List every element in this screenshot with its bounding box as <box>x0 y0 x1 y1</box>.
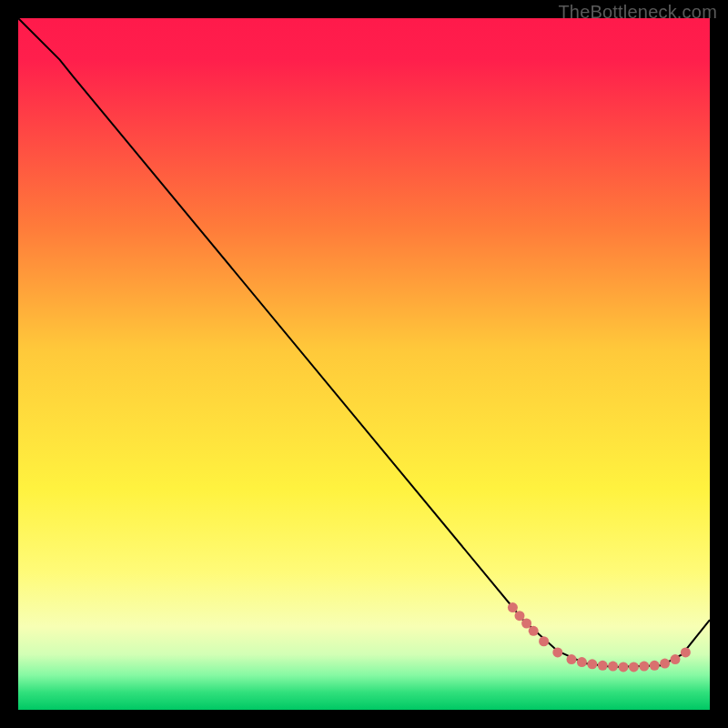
marker-dot <box>552 647 562 657</box>
marker-dot <box>629 662 639 672</box>
marker-dot <box>660 659 670 669</box>
marker-dot <box>639 662 649 672</box>
plot-background <box>18 18 710 710</box>
marker-dot <box>619 662 629 672</box>
marker-dot <box>508 602 518 612</box>
marker-dot <box>521 619 531 629</box>
marker-dot <box>681 647 691 657</box>
marker-dot <box>587 659 597 669</box>
marker-dot <box>671 654 681 664</box>
bottleneck-plot <box>18 18 710 710</box>
chart-stage: TheBottleneck.com <box>0 0 728 728</box>
marker-dot <box>577 657 587 667</box>
watermark-text: TheBottleneck.com <box>558 2 717 23</box>
marker-dot <box>650 661 660 671</box>
marker-dot <box>567 654 577 664</box>
marker-dot <box>539 636 549 646</box>
marker-dot <box>608 662 618 672</box>
marker-dot <box>515 611 525 621</box>
marker-dot <box>598 661 608 671</box>
marker-dot <box>529 626 539 636</box>
